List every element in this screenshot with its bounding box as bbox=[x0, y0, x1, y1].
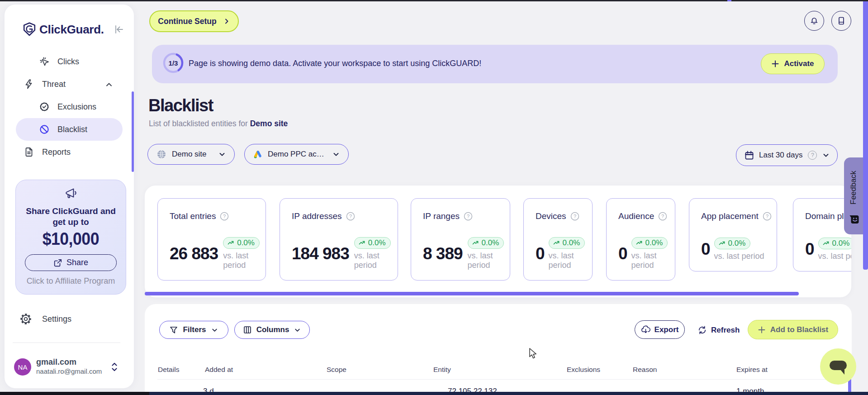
svg-text:?: ? bbox=[349, 214, 352, 219]
svg-text:?: ? bbox=[574, 214, 576, 219]
svg-text:?: ? bbox=[223, 214, 226, 219]
svg-text:?: ? bbox=[766, 214, 768, 219]
svg-text:?: ? bbox=[661, 214, 664, 219]
svg-text:?: ? bbox=[467, 214, 470, 219]
